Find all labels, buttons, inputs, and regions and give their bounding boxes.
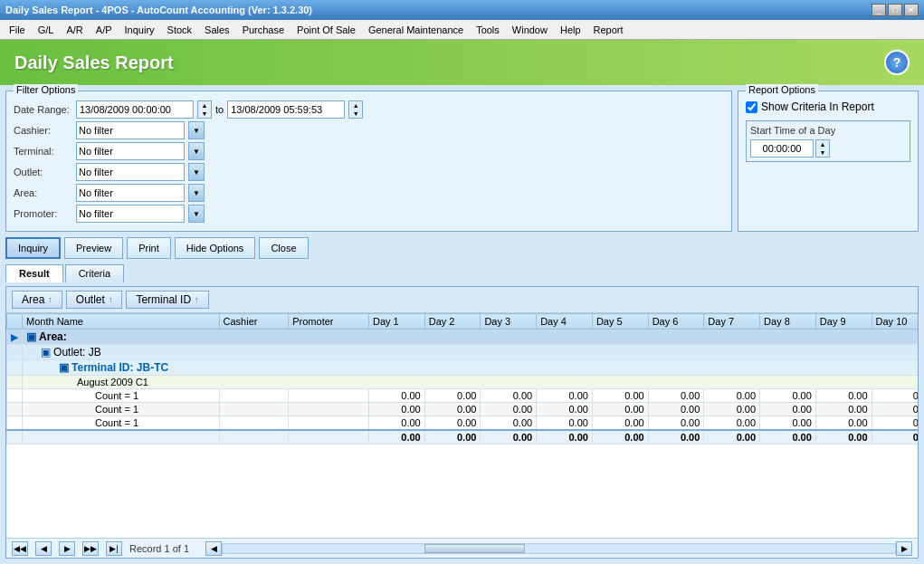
tab-result[interactable]: Result <box>5 264 63 282</box>
nav-prev-button[interactable]: ◀ <box>35 541 52 556</box>
h-scrollbar-track[interactable] <box>222 543 896 554</box>
nav-end-button[interactable]: ▶| <box>106 541 122 556</box>
table-row: ▣ Terminal ID: JB-TC <box>7 360 919 376</box>
total-d7: 0.00 <box>704 430 760 445</box>
promoter-input[interactable] <box>76 205 185 223</box>
count2-d8: 0.00 <box>760 403 816 416</box>
area-input[interactable] <box>76 184 185 202</box>
count1-d4: 0.00 <box>537 389 593 403</box>
date-to-up[interactable]: ▲ <box>349 101 362 110</box>
expand-icon[interactable]: ▶ <box>11 332 18 342</box>
h-scrollbar-area[interactable]: ◀ ▶ <box>205 541 912 556</box>
outlet-input[interactable] <box>76 163 185 181</box>
h-scrollbar-thumb[interactable] <box>424 544 525 553</box>
hide-options-button[interactable]: Hide Options <box>175 237 256 259</box>
minimize-button[interactable]: _ <box>872 4 886 16</box>
record-indicator: Record 1 of 1 <box>129 543 189 554</box>
count1-d10: 0.00 <box>872 389 918 403</box>
date-to-input[interactable] <box>227 100 345 119</box>
menu-ap[interactable]: A/P <box>90 23 118 37</box>
start-time-spinner[interactable]: ▲ ▼ <box>815 139 830 158</box>
scroll-left-btn[interactable]: ◀ <box>205 541 222 556</box>
count3-label: Count = 1 <box>23 416 220 431</box>
total-d2: 0.00 <box>424 430 481 445</box>
group-terminal-button[interactable]: Terminal ID ↑ <box>126 291 208 309</box>
menu-purchase[interactable]: Purchase <box>237 23 290 37</box>
col-day8-header: Day 8 <box>760 314 816 330</box>
date-to-spinner[interactable]: ▲ ▼ <box>348 100 363 119</box>
menu-stock[interactable]: Stock <box>162 23 198 37</box>
terminal-label: Terminal: <box>14 146 72 157</box>
count2-d7: 0.00 <box>704 403 760 416</box>
action-buttons: Inquiry Preview Print Hide Options Close <box>5 235 919 261</box>
inquiry-button[interactable]: Inquiry <box>5 237 61 259</box>
outlet-expand-icon[interactable]: ▣ <box>41 346 51 358</box>
preview-button[interactable]: Preview <box>64 237 123 259</box>
date-from-down[interactable]: ▼ <box>198 110 211 118</box>
group-outlet-label: Outlet <box>76 293 105 306</box>
outlet-label: Outlet: <box>14 167 72 177</box>
count3-d2: 0.00 <box>424 416 481 431</box>
terminal-dropdown[interactable]: ▼ <box>188 142 205 160</box>
show-criteria-label: Show Criteria In Report <box>761 100 874 113</box>
start-time-up[interactable]: ▲ <box>816 140 829 148</box>
start-time-down[interactable]: ▼ <box>816 148 829 157</box>
count2-d1: 0.00 <box>368 403 424 416</box>
date-to-down[interactable]: ▼ <box>349 110 362 118</box>
menu-sales[interactable]: Sales <box>199 23 235 37</box>
total-d8: 0.00 <box>760 430 816 445</box>
cashier-input[interactable] <box>76 121 185 139</box>
title-bar-buttons: _ □ ✕ <box>872 4 919 16</box>
menu-inquiry[interactable]: Inquiry <box>119 23 160 37</box>
nav-next-button[interactable]: ▶ <box>59 541 75 556</box>
count1-d3: 0.00 <box>481 389 537 403</box>
table-container[interactable]: Month Name Cashier Promoter Day 1 Day 2 … <box>6 313 918 538</box>
outlet-dropdown[interactable]: ▼ <box>188 163 205 181</box>
footer-total-row: 0.00 0.00 0.00 0.00 0.00 0.00 0.00 0.00 … <box>7 430 919 445</box>
menu-window[interactable]: Window <box>507 23 553 37</box>
show-criteria-checkbox[interactable] <box>746 101 757 113</box>
count1-d6: 0.00 <box>648 389 704 403</box>
close-window-button[interactable]: ✕ <box>904 4 919 16</box>
expand-cell[interactable]: ▶ <box>7 330 23 345</box>
group-area-button[interactable]: Area ↑ <box>12 291 62 309</box>
cashier-row: Cashier: ▼ <box>14 121 724 139</box>
group-outlet-button[interactable]: Outlet ↑ <box>66 291 123 309</box>
start-time-title: Start Time of a Day <box>750 125 906 136</box>
terminal-expand-icon[interactable]: ▣ <box>59 361 69 374</box>
start-time-input[interactable] <box>750 139 814 158</box>
help-button[interactable]: ? <box>884 50 910 75</box>
tab-criteria[interactable]: Criteria <box>65 264 124 282</box>
maximize-button[interactable]: □ <box>888 4 902 16</box>
promoter-dropdown[interactable]: ▼ <box>188 205 205 223</box>
menu-report[interactable]: Report <box>588 23 629 37</box>
menu-bar: File G/L A/R A/P Inquiry Stock Sales Pur… <box>0 20 924 40</box>
menu-help[interactable]: Help <box>555 23 586 37</box>
col-month-header: Month Name <box>23 314 220 330</box>
cashier-dropdown[interactable]: ▼ <box>188 121 205 139</box>
menu-general-maintenance[interactable]: General Maintenance <box>363 23 469 37</box>
menu-gl[interactable]: G/L <box>33 23 60 37</box>
col-day1-header: Day 1 <box>368 314 424 330</box>
result-area: Area ↑ Outlet ↑ Terminal ID ↑ Month Name… <box>5 286 919 559</box>
date-from-spinner[interactable]: ▲ ▼ <box>197 100 212 119</box>
terminal-sort-icon: ↑ <box>195 295 199 304</box>
date-from-input[interactable] <box>76 100 194 119</box>
close-button[interactable]: Close <box>259 237 308 259</box>
menu-file[interactable]: File <box>4 23 31 37</box>
col-expand-header <box>7 314 23 330</box>
area-dropdown[interactable]: ▼ <box>188 184 205 202</box>
nav-last-button[interactable]: ▶▶ <box>82 541 99 556</box>
menu-pos[interactable]: Point Of Sale <box>291 23 361 37</box>
promoter-label: Promoter: <box>14 208 72 219</box>
menu-ar[interactable]: A/R <box>61 23 88 37</box>
nav-first-button[interactable]: ◀◀ <box>12 541 28 556</box>
title-bar-text: Daily Sales Report - 4POS - AutoCount Ac… <box>5 5 312 15</box>
menu-tools[interactable]: Tools <box>471 23 505 37</box>
scroll-right-btn[interactable]: ▶ <box>896 541 912 556</box>
date-from-up[interactable]: ▲ <box>198 101 211 110</box>
col-day7-header: Day 7 <box>704 314 760 330</box>
terminal-input[interactable] <box>76 142 185 160</box>
count3-cashier <box>219 416 289 431</box>
print-button[interactable]: Print <box>127 237 171 259</box>
